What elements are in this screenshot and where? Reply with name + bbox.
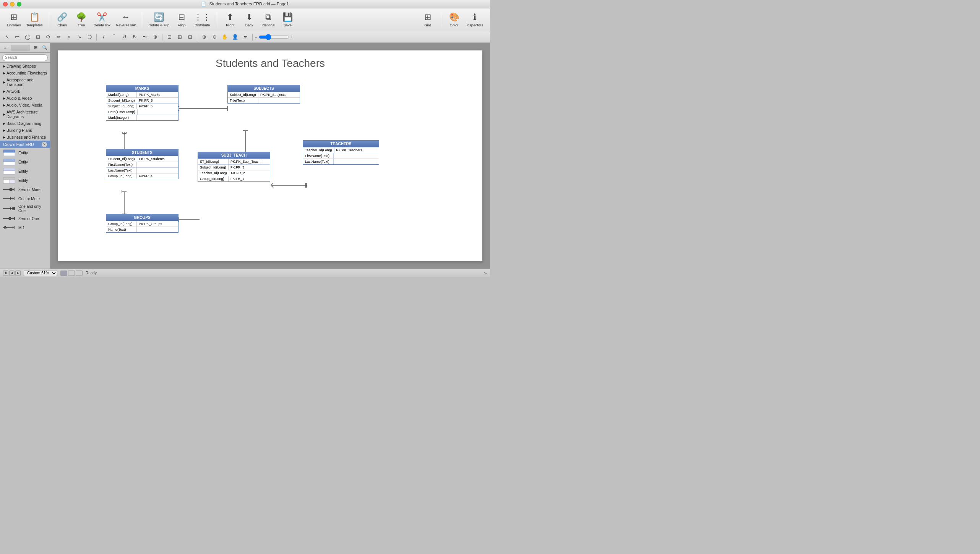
align-button[interactable]: ⊟ Align	[172, 11, 191, 29]
bezier-tool[interactable]: ∿	[75, 33, 84, 41]
rotate-flip-button[interactable]: 🔄 Rotate & Flip	[146, 11, 172, 29]
sidebar-item-artwork[interactable]: ▶ Artwork	[0, 88, 50, 95]
zoom-select[interactable]: Custom 61% 25% 50% 75% 100% 150% 200%	[24, 270, 57, 276]
sidebar-item-business-finance[interactable]: ▶ Business and Finance	[0, 134, 50, 141]
zoom-out-small[interactable]: –	[255, 35, 257, 39]
pause-button[interactable]: ⏸	[3, 271, 8, 276]
shape-item-entity-4[interactable]: Entity	[0, 176, 50, 185]
m1-icon	[3, 224, 15, 231]
shape-item-one-only-one[interactable]: One and only One	[0, 203, 50, 214]
canvas-area[interactable]: Students and Teachers	[50, 43, 490, 269]
sidebar-list-view[interactable]: ≡	[2, 44, 9, 52]
one-more-icon	[3, 195, 15, 202]
sidebar-item-audio-video-media[interactable]: ▶ Audio, Video, Media	[0, 102, 50, 109]
ellipse-tool[interactable]: ◯	[23, 33, 32, 41]
svg-line-38	[122, 132, 124, 134]
arc-tool[interactable]: ⌒	[109, 33, 118, 41]
next-page-button[interactable]: ▶	[15, 271, 21, 276]
sidebar-item-aerospace[interactable]: ▶ Aerospace and Transport	[0, 76, 50, 88]
students-table[interactable]: STUDENTS Student_Id(Long) PK:PK_Students…	[106, 149, 178, 179]
undo-tool[interactable]: ↺	[120, 33, 129, 41]
zoom-display: Custom 61% 25% 50% 75% 100% 150% 200%	[24, 270, 57, 276]
shape-item-one-more[interactable]: One or More	[0, 194, 50, 203]
subj-teach-table[interactable]: SUBJ_TEACH ST_Id(Long) PK:PK_Subj_Teach …	[198, 152, 270, 182]
redo-tool[interactable]: ↻	[130, 33, 139, 41]
eyedropper-tool[interactable]: ✒	[241, 33, 250, 41]
resize-handle[interactable]: ⤡	[484, 271, 487, 275]
sidebar-search-btn[interactable]: 🔍	[41, 44, 49, 52]
sidebar-item-aws[interactable]: ▶ AWS Architecture Diagrams	[0, 109, 50, 120]
chain-button[interactable]: 🔗 Chain	[53, 11, 71, 29]
save-icon: 💾	[282, 12, 293, 22]
maximize-button[interactable]	[17, 2, 21, 6]
shape-item-zero-one[interactable]: Zero or One	[0, 214, 50, 223]
search-input[interactable]	[2, 54, 48, 61]
hand-tool[interactable]: ✋	[220, 33, 229, 41]
zoom-slider[interactable]	[259, 34, 289, 40]
subj-teach-row-3: Group_Id(Long) FK:FR_1	[198, 176, 270, 181]
tree-button[interactable]: 🌳 Tree	[72, 11, 91, 29]
front-button[interactable]: ⬆ Front	[221, 11, 239, 29]
libraries-button[interactable]: ⊞ Libraries	[5, 11, 23, 29]
rect-tool[interactable]: ▭	[13, 33, 22, 41]
identical-button[interactable]: ⧉ Identical	[259, 11, 277, 29]
color-button[interactable]: 🎨 Color	[445, 11, 463, 29]
svg-rect-6	[3, 177, 15, 180]
select-tool[interactable]: ↖	[2, 33, 11, 41]
teachers-table[interactable]: TEACHERS Teacher_Id(Long) PK:PK_Teachers…	[303, 140, 379, 165]
shape-item-m1[interactable]: M:1	[0, 223, 50, 232]
grid-button[interactable]: ⊞ Grid	[419, 11, 437, 29]
minimize-button[interactable]	[10, 2, 15, 6]
user-tool[interactable]: 👤	[230, 33, 240, 41]
shape-item-zero-more[interactable]: Zero or More	[0, 185, 50, 194]
freehand-tool[interactable]: 〜	[140, 33, 149, 41]
sidebar-grid-view[interactable]: ⊞	[32, 44, 39, 52]
delete-link-button[interactable]: ✂️ Delete link	[91, 11, 113, 29]
shape-item-entity-1[interactable]: Entity	[0, 148, 50, 157]
templates-button[interactable]: 📋 Templates	[24, 11, 45, 29]
sidebar-item-accounting[interactable]: ▶ Accounting Flowcharts	[0, 70, 50, 76]
window-controls[interactable]	[3, 2, 21, 6]
group-tool[interactable]: ⊞	[175, 33, 184, 41]
subjects-table[interactable]: SUBJECTS Subject_Id(Long) PK:PK_Subjects…	[227, 85, 300, 104]
multipoint-tool[interactable]: ⌖	[64, 33, 73, 41]
svg-line-58	[271, 185, 273, 188]
pen-tool[interactable]: ✏	[54, 33, 63, 41]
crop-tool[interactable]: ⊡	[165, 33, 174, 41]
grid-icon: ⊞	[424, 12, 431, 22]
titlebar: 📄 Students and Teachers ERD.cdd — Page1	[0, 0, 490, 8]
reverse-link-button[interactable]: ↔️ Reverse link	[114, 11, 138, 29]
groups-table[interactable]: GROUPS Group_Id(Long) PK:PK_Groups Name(…	[106, 214, 178, 233]
sidebar-item-building-plans[interactable]: ▶ Building Plans	[0, 127, 50, 134]
svg-rect-1	[3, 152, 15, 156]
zoom-in-small[interactable]: +	[291, 35, 293, 39]
line-tool[interactable]: /	[99, 33, 108, 41]
sidebar-item-audio-video[interactable]: ▶ Audio & Video	[0, 95, 50, 102]
close-group-button[interactable]: ✕	[42, 142, 47, 147]
view-btn-2[interactable]	[68, 271, 75, 276]
shape-item-entity-2[interactable]: Entity	[0, 157, 50, 167]
subj-teach-row-2: Teacher_Id(Long) FK:FR_2	[198, 170, 270, 176]
ungroup-tool[interactable]: ⊟	[185, 33, 195, 41]
zoom-slider-group: – +	[255, 34, 293, 40]
sidebar-item-drawing-shapes[interactable]: ▶ Drawing Shapes	[0, 63, 50, 70]
libraries-icon: ⊞	[10, 12, 17, 22]
sidebar-item-basic-diagramming[interactable]: ▶ Basic Diagramming	[0, 120, 50, 127]
zoom-in-icon[interactable]: ⊕	[200, 33, 209, 41]
close-button[interactable]	[3, 2, 8, 6]
table-tool[interactable]: ⊞	[33, 33, 42, 41]
marks-table[interactable]: MARKS MarkId(Long) PK:PK_Marks Student_I…	[106, 85, 178, 121]
svg-line-39	[124, 132, 127, 134]
view-btn-3[interactable]	[76, 271, 83, 276]
view-btn-1[interactable]	[60, 271, 67, 276]
inspectors-button[interactable]: ℹ Inspectors	[464, 11, 485, 29]
distribute-button[interactable]: ⋮⋮ Distribute	[191, 11, 213, 29]
zoom-out-icon[interactable]: ⊖	[210, 33, 219, 41]
back-button[interactable]: ⬇ Back	[240, 11, 258, 29]
shape-item-entity-3[interactable]: Entity	[0, 167, 50, 176]
shape-tool[interactable]: ⬡	[85, 33, 94, 41]
prev-page-button[interactable]: ◀	[9, 271, 15, 276]
stamp-tool[interactable]: ⊕	[151, 33, 160, 41]
connector-tool[interactable]: ⚙	[44, 33, 53, 41]
save-button[interactable]: 💾 Save	[278, 11, 297, 29]
